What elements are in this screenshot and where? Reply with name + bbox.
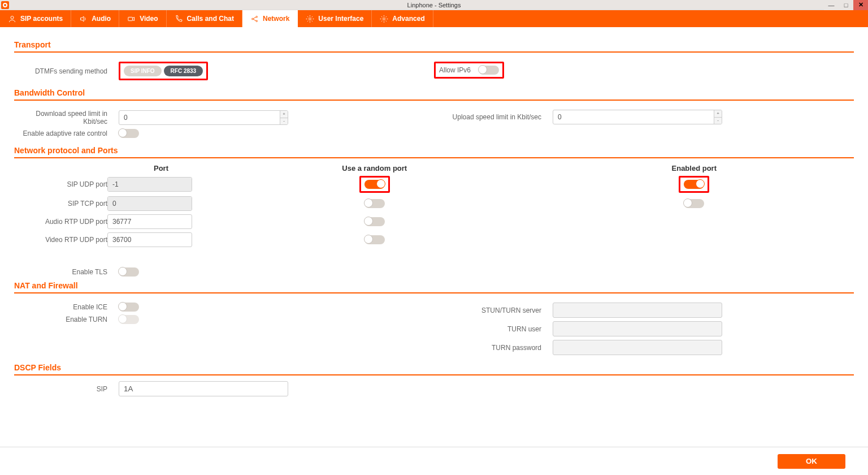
sip-udp-random-toggle[interactable] [364,180,385,189]
download-input[interactable] [119,111,280,124]
spin-up[interactable]: + [280,111,288,118]
tab-label: Advanced [392,15,424,23]
ice-label: Enable ICE [14,303,107,311]
stunserver-label: STUN/TURN server [434,306,541,314]
upload-label: Upload speed limit in Kbit/sec [434,113,541,121]
sip-tcp-port-input[interactable] [108,197,192,210]
audio-rtp-label: Audio RTP UDP port [14,218,107,226]
ok-button[interactable]: OK [778,454,845,469]
row-audio-rtp: Audio RTP UDP port [14,214,854,229]
tab-calls-chat[interactable]: Calls and Chat [167,10,242,27]
spin-down[interactable]: - [714,118,722,124]
svg-point-5 [309,18,311,20]
section-bandwidth: Bandwidth Control [14,88,854,97]
stunserver-input[interactable] [553,303,722,318]
tls-label: Enable TLS [14,268,107,276]
content-area: Transport DTMFs sending method SIP INFO … [0,27,868,447]
tab-bar: SIP accounts Audio Video Calls and Chat … [0,10,868,27]
turnuser-input[interactable] [553,321,722,336]
tab-label: Calls and Chat [187,15,234,23]
ipv6-label: Allow IPv6 [439,66,471,74]
sip-tcp-enabled-toggle[interactable] [684,199,704,208]
row-video-rtp: Video RTP UDP port [14,232,854,247]
tab-label: SIP accounts [20,15,63,23]
svg-point-4 [256,20,258,22]
row-sip-tcp: SIP TCP port +- [14,196,854,211]
video-rtp-label: Video RTP UDP port [14,236,107,244]
turnuser-label: TURN user [434,325,541,333]
adaptive-label: Enable adaptive rate control [14,129,107,137]
svg-point-2 [251,18,253,20]
highlight-ipv6: Allow IPv6 [434,62,504,79]
upload-spinner[interactable]: +- [553,110,722,124]
camera-icon [127,15,136,23]
video-rtp-random-toggle[interactable] [364,235,385,244]
spin-down[interactable]: - [280,118,288,125]
download-spinner[interactable]: +- [119,110,288,125]
dscp-sip-label: SIP [14,385,107,393]
col-port: Port [107,164,215,172]
upload-input[interactable] [553,110,714,124]
divider [14,51,854,53]
footer-bar: OK [0,447,868,475]
tab-user-interface[interactable]: User Interface [298,10,372,27]
highlight-dtmf: SIP INFO RFC 2833 [119,62,208,80]
svg-point-3 [256,16,258,18]
tls-toggle[interactable] [119,267,139,277]
user-icon [8,15,16,23]
row-sip-udp: SIP UDP port +- [14,176,854,193]
turn-toggle[interactable] [119,315,139,324]
highlight-udp-random [359,176,390,193]
svg-point-0 [11,16,14,19]
turnpass-label: TURN password [434,344,541,352]
audio-rtp-port-input[interactable] [108,215,192,228]
sip-tcp-label: SIP TCP port [14,200,107,208]
section-transport: Transport [14,40,854,49]
sip-tcp-random-toggle[interactable] [364,199,385,208]
dscp-sip-input[interactable] [119,381,288,396]
phone-icon [175,15,183,23]
speaker-icon [79,15,88,23]
divider [14,157,854,158]
svg-point-6 [383,18,385,20]
window-title: Linphone - Settings [0,2,868,8]
turn-label: Enable TURN [14,316,107,323]
audio-rtp-port-spinner[interactable] [107,214,192,229]
dtmf-toggle-group: SIP INFO RFC 2833 [124,66,203,76]
sip-udp-port-input[interactable] [108,178,192,191]
sip-udp-enabled-toggle[interactable] [684,180,704,189]
svg-rect-1 [128,17,133,20]
tab-advanced[interactable]: Advanced [372,10,433,27]
tab-label: Audio [92,15,111,23]
turnpass-input[interactable] [553,340,722,355]
spin-up[interactable]: + [714,110,722,118]
video-rtp-port-spinner[interactable] [107,232,192,247]
download-label: Download speed limit in Kbit/sec [14,110,107,126]
tab-video[interactable]: Video [119,10,166,27]
tab-sip-accounts[interactable]: SIP accounts [0,10,71,27]
settings-window: Linphone - Settings — □ ✕ SIP accounts A… [0,0,868,475]
ipv6-toggle[interactable] [479,66,499,75]
dtmf-rfc-pill[interactable]: RFC 2833 [164,66,203,76]
sip-udp-port-spinner[interactable]: +- [107,177,192,192]
col-random: Use a random port [215,164,535,172]
share-icon [250,15,259,23]
audio-rtp-random-toggle[interactable] [364,217,385,226]
divider [14,100,854,101]
dtmf-label: DTMFs sending method [14,67,107,75]
col-enabled: Enabled port [535,164,854,172]
highlight-udp-enabled [679,176,709,193]
ports-header-row: Port Use a random port Enabled port [14,164,854,172]
ice-toggle[interactable] [119,303,139,312]
adaptive-toggle[interactable] [119,129,139,138]
tab-network[interactable]: Network [242,10,298,27]
sip-tcp-port-spinner[interactable]: +- [107,196,192,211]
gear-icon [306,15,314,23]
tab-label: Video [140,15,158,23]
title-bar: Linphone - Settings — □ ✕ [0,0,868,10]
gear-icon [380,15,388,23]
dtmf-sipinfo-pill[interactable]: SIP INFO [124,66,162,76]
tab-audio[interactable]: Audio [71,10,119,27]
tab-label: Network [263,15,289,23]
video-rtp-port-input[interactable] [108,233,192,247]
